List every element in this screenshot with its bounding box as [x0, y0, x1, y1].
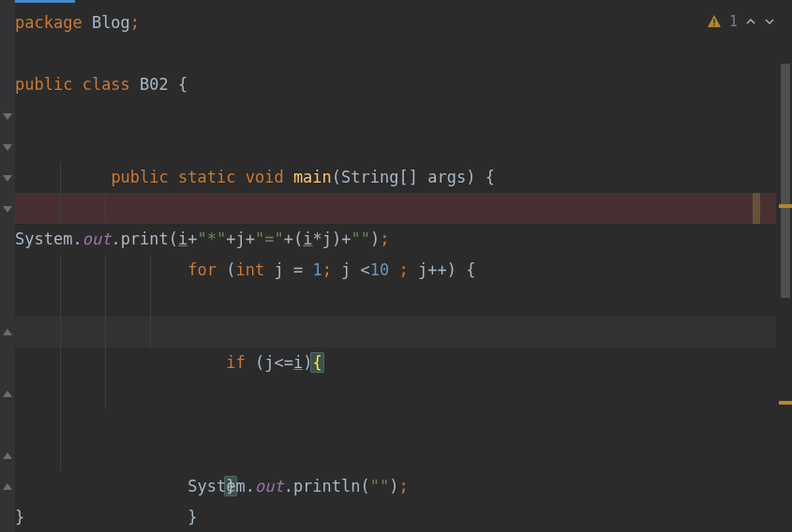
code-line[interactable]: if (j<=i){ [15, 193, 776, 224]
warning-marker[interactable] [779, 204, 792, 208]
code-line[interactable]: public class B02 { [15, 69, 776, 100]
code-content[interactable]: package Blog; public class B02 { public … [15, 7, 776, 532]
code-line[interactable] [15, 347, 776, 378]
code-line[interactable] [15, 38, 776, 69]
code-line[interactable] [15, 255, 776, 286]
fold-icon[interactable] [3, 142, 12, 152]
fold-icon[interactable] [3, 390, 12, 399]
code-line[interactable]: } [15, 502, 776, 532]
fold-icon[interactable] [3, 328, 12, 337]
code-line[interactable]: package Blog; [15, 7, 776, 38]
error-stripe [753, 193, 760, 224]
code-line[interactable]: } [15, 471, 776, 502]
code-line[interactable]: for (int j = 1; j <10 ; j++) { [15, 162, 776, 193]
code-line[interactable]: System.out.print(i+"*"+j+"="+(i*j)+""); [15, 224, 776, 255]
code-line[interactable]: } [15, 378, 776, 409]
code-line[interactable]: public static void main(String[] args) { [15, 100, 776, 131]
code-editor[interactable]: 1 package Blog; public class B02 { publi… [0, 0, 792, 532]
fold-icon[interactable] [3, 451, 12, 461]
code-line[interactable]: for (int i = 1; i <10 ; i++) { [15, 131, 776, 162]
scrollbar[interactable] [779, 7, 792, 525]
warning-marker[interactable] [779, 401, 792, 405]
scrollbar-thumb[interactable] [781, 64, 790, 298]
code-line[interactable]: System.out.println(""); [15, 409, 776, 440]
code-line[interactable]: } [15, 317, 776, 347]
code-line[interactable]: } [15, 440, 776, 471]
fold-icon[interactable] [3, 173, 12, 183]
fold-icon[interactable] [3, 204, 12, 214]
fold-icon[interactable] [3, 482, 12, 492]
code-line[interactable] [15, 286, 776, 317]
fold-icon[interactable] [3, 111, 12, 121]
